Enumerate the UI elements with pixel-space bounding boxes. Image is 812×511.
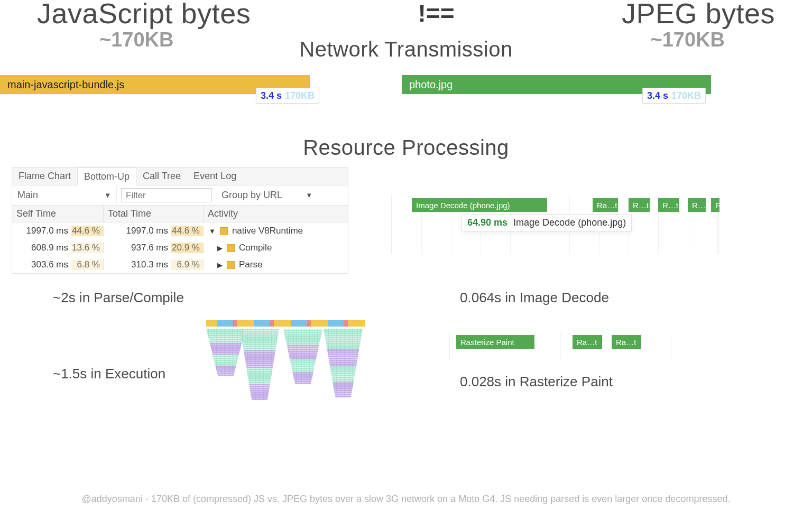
bar-raster-small: R… [688, 198, 706, 212]
cell-total-ms: 310.3 ms [131, 259, 171, 270]
bar-image-decode: Image Decode (phone.jpg) [412, 198, 547, 212]
tab-bottomup[interactable]: Bottom-Up [77, 168, 136, 185]
tooltip-js-size: 170KB [285, 90, 315, 101]
table-row[interactable]: 608.9 ms13.6 % 937.6 ms20.9 % ▶ Compile [12, 239, 348, 256]
size-label-js: ~170KB [99, 29, 173, 51]
activity-name: Parse [239, 259, 262, 270]
groupby-dropdown[interactable]: Group by URL ▼ [216, 185, 318, 205]
devtools-bottomup-panel: Flame Chart Bottom-Up Call Tree Event Lo… [12, 167, 348, 274]
activity-swatch-icon [227, 244, 235, 252]
image-decode-timeline: Image Decode (phone.jpg) Ra…t R…t R…t R…… [391, 196, 719, 254]
cell-total-ms: 1997.0 ms [126, 226, 171, 236]
bar-raster-small: Ra…t [612, 335, 641, 349]
heading-jpeg: JPEG bytes [622, 0, 775, 30]
cell-self-ms: 608.9 ms [31, 243, 71, 253]
caret-right-icon: ▶ [217, 261, 223, 269]
tooltip-decode-label: Image Decode (phone.jpg) [513, 217, 626, 228]
bar-jpeg-label: photo.jpg [409, 79, 453, 91]
tooltip-decode-ms: 64.90 ms [467, 217, 508, 228]
cell-total-pct: 20.9 % [171, 243, 203, 253]
thread-dropdown[interactable]: Main ▼ [12, 185, 117, 205]
footer-caption: @addyosmani - 170KB of (compressed) JS v… [0, 494, 812, 505]
not-equal-symbol: !== [418, 0, 455, 27]
chevron-down-icon: ▼ [104, 191, 111, 199]
tooltip-js-time: 3.4 s [261, 90, 282, 101]
col-totaltime: Total Time [104, 206, 204, 222]
cell-self-pct: 6.8 % [71, 259, 103, 270]
groupby-dropdown-label: Group by URL [222, 190, 282, 201]
summary-image-decode: 0.064s in Image Decode [460, 290, 609, 306]
activity-name: native V8Runtime [232, 226, 303, 236]
tooltip-image-decode: 64.90 ms Image Decode (phone.jpg) [462, 214, 632, 231]
summary-execution: ~1.5s in Execution [53, 366, 165, 382]
thread-dropdown-label: Main [17, 190, 38, 201]
heading-js: JavaScript bytes [37, 0, 251, 30]
bar-raster-small: Ra…t [593, 198, 618, 212]
cell-total-pct: 44.6 % [171, 226, 203, 236]
bar-raster-small: R…t [629, 198, 650, 212]
bar-raster-small: F [711, 198, 719, 212]
cell-self-ms: 303.6 ms [31, 259, 71, 270]
summary-parse-compile: ~2s in Parse/Compile [53, 290, 184, 306]
table-header: Self Time Total Time Activity [12, 206, 348, 222]
tab-eventlog[interactable]: Event Log [187, 168, 243, 185]
size-label-jpeg: ~170KB [651, 29, 725, 51]
caret-down-icon: ▼ [209, 227, 216, 235]
network-bars: main-javascript-bundle.js photo.jpg 3.4 … [0, 75, 812, 115]
summary-rasterize: 0.028s in Rasterize Paint [460, 374, 613, 390]
caret-right-icon: ▶ [217, 244, 223, 252]
filter-input[interactable] [121, 188, 212, 202]
bar-raster-small: Ra…t [573, 335, 602, 349]
tab-calltree[interactable]: Call Tree [136, 168, 187, 185]
activity-name: Compile [239, 243, 272, 253]
tooltip-jpeg: 3.4 s 170KB [642, 88, 706, 104]
bar-rasterize-paint: Rasterize Paint [456, 335, 534, 349]
table-row[interactable]: 303.6 ms6.8 % 310.3 ms6.9 % ▶ Parse [12, 256, 348, 273]
rasterize-timeline: Rasterize Paint Ra…t Ra…t [449, 333, 671, 360]
cell-total-ms: 937.6 ms [131, 243, 171, 253]
bar-js-label: main-javascript-bundle.js [7, 79, 124, 91]
activity-swatch-icon [227, 261, 235, 269]
cell-total-pct: 6.9 % [171, 259, 203, 270]
tab-flamechart[interactable]: Flame Chart [12, 168, 77, 185]
tooltip-jpeg-size: 170KB [671, 90, 701, 101]
activity-swatch-icon [220, 227, 228, 235]
section-title-resource: Resource Processing [0, 136, 812, 160]
cell-self-pct: 44.6 % [71, 226, 103, 236]
tooltip-jpeg-time: 3.4 s [647, 90, 668, 101]
chevron-down-icon: ▼ [306, 191, 312, 199]
flamechart-illustration [206, 320, 365, 401]
col-activity: Activity [204, 206, 348, 222]
devtools-tabs: Flame Chart Bottom-Up Call Tree Event Lo… [12, 168, 348, 185]
bar-raster-small: R…t [658, 198, 679, 212]
tooltip-js: 3.4 s 170KB [256, 88, 319, 104]
table-row[interactable]: 1997.0 ms44.6 % 1997.0 ms44.6 % ▼ native… [12, 222, 348, 239]
cell-self-pct: 13.6 % [71, 243, 103, 253]
col-selftime: Self Time [12, 206, 104, 222]
cell-self-ms: 1997.0 ms [26, 226, 71, 236]
